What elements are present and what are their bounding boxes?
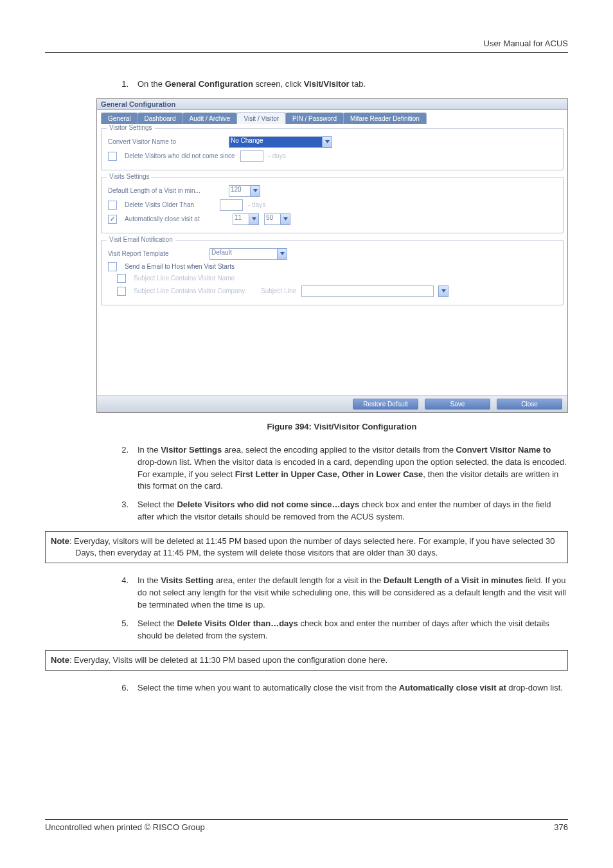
save-button[interactable]: Save [425, 399, 490, 410]
figure-caption: Figure 394: Visit/Visitor Configuration [116, 422, 568, 431]
fieldset-visitor-settings: Visitor Settings Convert Visitor Name to… [101, 128, 564, 170]
subject-contains-company-label: Subject Line Contains Visitor Company [134, 287, 256, 294]
step-text: In the Visits Setting area, enter the de… [138, 575, 568, 611]
step-text: In the Visitor Settings area, select the… [138, 444, 568, 493]
tab-audit[interactable]: Audit / Archive [182, 113, 238, 124]
delete-visitors-days-suffix: - days [269, 152, 286, 159]
note-body: : Everyday, visitors will be deleted at … [69, 536, 555, 557]
delete-visitors-days-input[interactable] [240, 150, 263, 162]
delete-visits-older-suffix: - days [248, 201, 265, 208]
doc-header: User Manual for ACUS [45, 39, 568, 53]
tab-visit-visitor[interactable]: Visit / Visitor [236, 113, 286, 124]
step-number: 3. [116, 499, 129, 523]
auto-close-label: Automatically close visit at [125, 215, 227, 222]
step-number: 1. [116, 78, 129, 91]
auto-close-min-select[interactable]: 50 [264, 213, 290, 225]
tab-pin[interactable]: PIN / Password [285, 113, 344, 124]
screenshot-panel: General Configuration General Dashboard … [96, 98, 568, 413]
footer-page-number: 376 [554, 822, 568, 832]
bottom-toolbar: Restore Default Save Close [97, 395, 567, 412]
step-number: 6. [116, 682, 129, 694]
footer-left: Uncontrolled when printed © RISCO Group [45, 822, 205, 832]
tab-dashboard[interactable]: Dashboard [138, 113, 183, 124]
note-box: Note: Everyday, visitors will be deleted… [45, 531, 568, 563]
step-text: Select the time when you want to automat… [138, 682, 563, 694]
chevron-down-icon[interactable] [277, 248, 287, 260]
chevron-down-icon[interactable] [280, 213, 290, 225]
auto-close-hour[interactable]: 11 [233, 213, 249, 225]
step-text: Select the Delete Visits Older than…days… [138, 618, 568, 642]
step-number: 5. [116, 618, 129, 642]
legend-email-notification: Visit Email Notification [107, 236, 175, 243]
note-body: : Everyday, Visits will be deleted at 11… [69, 655, 387, 665]
subject-contains-name-checkbox[interactable] [117, 274, 126, 283]
convert-name-label: Convert Visitor Name to [108, 138, 224, 145]
step-number: 4. [116, 575, 129, 611]
restore-default-button[interactable]: Restore Default [353, 399, 418, 410]
note-label: Note [51, 655, 69, 665]
subject-line-dropdown-icon[interactable] [438, 285, 449, 297]
report-template-value[interactable]: Default [209, 248, 278, 260]
fieldset-visits-settings: Visits Settings Default Length of a Visi… [101, 177, 564, 233]
step-text: On the General Configuration screen, cli… [138, 78, 366, 91]
step-text: Select the Delete Visitors who did not c… [138, 499, 568, 523]
delete-visitors-checkbox[interactable] [108, 152, 117, 161]
subject-line-label: Subject Line [261, 287, 296, 294]
delete-visits-older-checkbox[interactable] [108, 201, 117, 210]
chevron-down-icon[interactable] [322, 136, 332, 148]
report-template-label: Visit Report Template [108, 250, 204, 257]
tab-mifare[interactable]: Mifare Reader Definition [343, 113, 427, 124]
report-template-select[interactable]: Default [209, 248, 287, 260]
default-length-value[interactable]: 120 [229, 185, 251, 197]
default-length-select[interactable]: 120 [229, 185, 260, 197]
note-box: Note: Everyday, Visits will be deleted a… [45, 650, 568, 671]
step-number: 2. [116, 444, 129, 493]
convert-name-select[interactable]: No Change [229, 136, 332, 148]
subject-line-input[interactable] [301, 285, 434, 297]
fieldset-email-notification: Visit Email Notification Visit Report Te… [101, 240, 564, 305]
tab-bar: General Dashboard Audit / Archive Visit … [101, 113, 564, 124]
chevron-down-icon[interactable] [249, 213, 259, 225]
send-email-label: Send a Email to Host when Visit Starts [125, 263, 235, 270]
auto-close-checkbox[interactable] [108, 215, 117, 224]
tab-general[interactable]: General [101, 113, 138, 124]
default-length-label: Default Length of a Visit in min... [108, 187, 224, 194]
note-label: Note [51, 536, 69, 546]
legend-visitor-settings: Visitor Settings [107, 124, 155, 131]
subject-contains-company-checkbox[interactable] [117, 287, 126, 296]
auto-close-hour-select[interactable]: 11 [233, 213, 259, 225]
delete-visits-older-label: Delete Visits Older Than [125, 201, 215, 208]
delete-visitors-label: Delete Visitors who did not come since [125, 152, 235, 159]
close-button[interactable]: Close [497, 399, 562, 410]
legend-visits-settings: Visits Settings [107, 173, 152, 180]
convert-name-value[interactable]: No Change [229, 136, 323, 148]
auto-close-min[interactable]: 50 [264, 213, 281, 225]
chevron-down-icon[interactable] [250, 185, 260, 197]
subject-contains-name-label: Subject Line Contains Visitor Name [134, 275, 235, 282]
window-title: General Configuration [97, 99, 567, 110]
delete-visits-older-input[interactable] [220, 199, 243, 211]
send-email-checkbox[interactable] [108, 262, 117, 271]
